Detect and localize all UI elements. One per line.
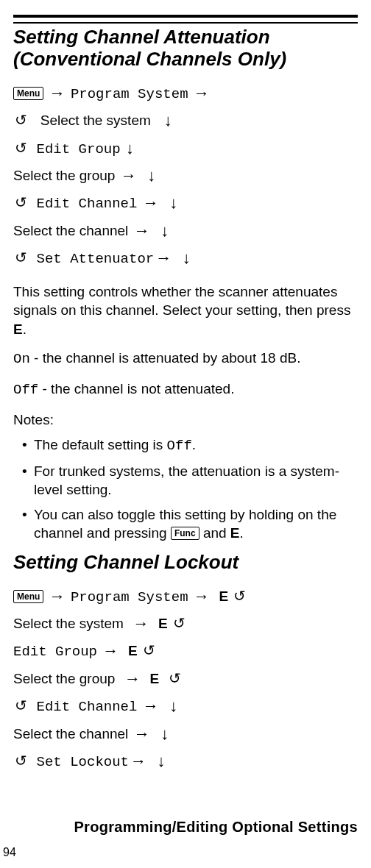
section-title-attenuation: Setting Channel Attenuation (Conventiona…	[13, 26, 358, 71]
nav-line: Menu → Program System →	[13, 79, 358, 107]
menu-key-icon: Menu	[13, 87, 43, 100]
note-item: The default setting is Off.	[22, 436, 358, 455]
text: .	[192, 437, 196, 452]
arrow-right-icon: →	[141, 697, 160, 715]
note-item: You can also toggle this setting by hold…	[22, 506, 358, 542]
cycle-icon: ↺	[13, 245, 29, 270]
arrow-down-icon: ↓	[163, 111, 174, 129]
cycle-icon: ↺	[13, 693, 29, 718]
arrow-right-icon: →	[192, 587, 211, 605]
arrow-right-icon: →	[192, 84, 211, 102]
nav-text: Select the system	[40, 113, 151, 128]
arrow-right-icon: →	[132, 221, 152, 240]
key-E: E	[128, 643, 138, 658]
arrow-right-icon: →	[132, 614, 151, 633]
text: .	[23, 321, 26, 337]
nav-block-lockout: Menu → Program System → E ↺ Select the s…	[13, 583, 358, 775]
nav-text: Select the channel	[13, 223, 128, 238]
section-title-lockout: Setting Channel Lockout	[13, 552, 358, 574]
nav-line: Edit Group → E ↺	[13, 637, 358, 664]
nav-line: Menu → Program System → E ↺	[13, 583, 358, 610]
arrow-down-icon: ↓	[124, 139, 135, 157]
cycle-icon: ↺	[141, 638, 157, 663]
arrow-right-icon: →	[48, 587, 67, 605]
key-E: E	[219, 588, 228, 604]
code-off: Off	[167, 438, 192, 454]
nav-line: Select the group → ↓	[13, 162, 358, 189]
nav-line: Select the group → E ↺	[13, 665, 358, 692]
text: .	[240, 525, 244, 541]
nav-text: Set Attenuator	[37, 251, 155, 267]
nav-line: ↺ Select the system ↓	[13, 107, 358, 134]
text: For trunked systems, the attenuation is …	[34, 463, 339, 497]
arrow-right-icon: →	[129, 752, 148, 770]
cycle-icon: ↺	[13, 135, 29, 160]
key-E: E	[230, 525, 240, 541]
nav-line: Select the channel → ↓	[13, 720, 358, 747]
cycle-icon: ↺	[232, 583, 247, 608]
key-E: E	[13, 321, 23, 337]
menu-key-icon: Menu	[13, 590, 43, 603]
nav-line: Select the system → E ↺	[13, 610, 358, 637]
nav-block-attenuation: Menu → Program System → ↺ Select the sys…	[13, 79, 358, 272]
horizontal-rule-thin	[13, 22, 358, 24]
nav-text: Program System	[71, 86, 188, 102]
page-number: 94	[3, 846, 16, 859]
arrow-down-icon: ↓	[159, 725, 170, 743]
text: The default setting is	[34, 437, 167, 452]
code-on: On	[13, 351, 30, 367]
nav-text: Select the group	[13, 671, 115, 686]
paragraph-on: On - the channel is attenuated by about …	[13, 349, 358, 369]
page: Setting Channel Attenuation (Conventiona…	[0, 0, 371, 868]
arrow-right-icon: →	[154, 249, 173, 267]
nav-line: ↺ Edit Group ↓	[13, 135, 358, 162]
key-E: E	[150, 671, 160, 686]
nav-text: Edit Channel	[37, 699, 138, 715]
nav-text: Edit Channel	[37, 196, 138, 212]
notes-label: Notes:	[13, 410, 358, 430]
key-E: E	[158, 616, 168, 631]
arrow-down-icon: ↓	[181, 249, 192, 267]
nav-line: ↺ Set Lockout→ ↓	[13, 747, 358, 775]
footer-title: Programming/Editing Optional Settings	[74, 819, 358, 836]
cycle-icon: ↺	[167, 666, 183, 691]
nav-line: ↺ Set Attenuator→ ↓	[13, 244, 358, 271]
nav-text: Program System	[71, 589, 188, 605]
arrow-down-icon: ↓	[168, 697, 179, 715]
cycle-icon: ↺	[13, 190, 29, 215]
arrow-right-icon: →	[101, 641, 120, 660]
notes-list: The default setting is Off. For trunked …	[13, 436, 358, 542]
cycle-icon: ↺	[172, 611, 187, 636]
arrow-right-icon: →	[48, 84, 67, 102]
nav-text: Edit Group	[13, 644, 97, 660]
arrow-right-icon: →	[119, 166, 138, 185]
text: - the channel is not attenuated.	[38, 381, 234, 396]
note-item: For trunked systems, the attenuation is …	[22, 463, 358, 499]
code-off: Off	[13, 382, 38, 398]
func-key-icon: Func	[171, 527, 199, 540]
paragraph: This setting controls whether the scanne…	[13, 282, 358, 339]
arrow-down-icon: ↓	[156, 752, 167, 770]
arrow-down-icon: ↓	[168, 193, 179, 212]
text: and	[203, 525, 230, 541]
nav-line: ↺ Edit Channel → ↓	[13, 189, 358, 216]
nav-text: Edit Group	[37, 141, 121, 157]
arrow-right-icon: →	[141, 193, 160, 212]
nav-text: Set Lockout	[37, 754, 129, 770]
text: This setting controls whether the scanne…	[13, 284, 350, 319]
nav-text: Select the system	[13, 616, 124, 631]
arrow-right-icon: →	[132, 725, 152, 743]
arrow-right-icon: →	[123, 669, 142, 688]
nav-text: Select the group	[13, 168, 115, 183]
text: - the channel is attenuated by about 18 …	[30, 350, 301, 366]
cycle-icon: ↺	[13, 107, 29, 132]
paragraph-off: Off - the channel is not attenuated.	[13, 380, 358, 400]
arrow-down-icon: ↓	[146, 166, 157, 185]
arrow-down-icon: ↓	[159, 221, 170, 240]
nav-text: Select the channel	[13, 726, 128, 741]
horizontal-rule-thick	[13, 15, 358, 18]
nav-line: ↺ Edit Channel → ↓	[13, 692, 358, 719]
cycle-icon: ↺	[13, 748, 29, 773]
nav-line: Select the channel → ↓	[13, 217, 358, 244]
